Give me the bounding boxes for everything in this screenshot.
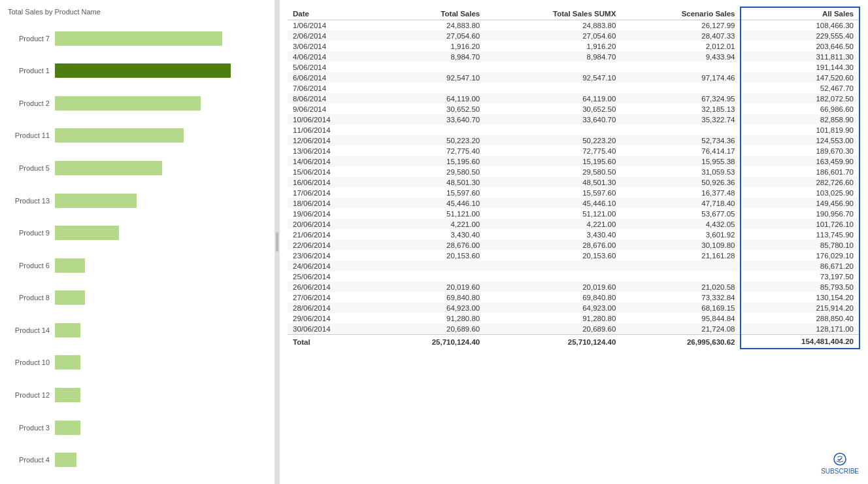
table-row: 3/06/20141,916.201,916.202,012.01203,646… <box>288 41 860 52</box>
bar-container[interactable] <box>55 453 269 467</box>
footer-cell: 26,995,630.62 <box>621 335 741 349</box>
bar-row: Product 6 <box>8 253 269 278</box>
bar-row: Product 14 <box>8 318 269 343</box>
table-cell: 108,466.30 <box>741 20 860 31</box>
table-cell: 282,726.60 <box>741 177 860 188</box>
table-cell: 33,640.70 <box>376 114 485 125</box>
bar-container[interactable] <box>55 421 269 435</box>
bar-container[interactable] <box>55 388 269 402</box>
bar[interactable] <box>55 388 80 402</box>
table-cell: 191,144.30 <box>741 62 860 73</box>
bar-container[interactable] <box>55 323 269 337</box>
table-row: 12/06/201450,223.2050,223.2052,734.36124… <box>288 135 860 146</box>
table-cell: 4,221.00 <box>376 219 485 230</box>
table-cell: 15,195.60 <box>376 156 485 167</box>
bar-row: Product 1 <box>8 58 269 83</box>
table-cell: 103,025.90 <box>741 188 860 198</box>
col-header-total-sales: Total Sales <box>376 7 485 20</box>
table-row: 22/06/201428,676.0028,676.0030,109.8085,… <box>288 240 860 251</box>
table-cell: 15,597.60 <box>376 188 485 198</box>
table-cell: 27/06/2014 <box>288 292 376 303</box>
table-cell: 288,850.40 <box>741 313 860 324</box>
table-cell: 23/06/2014 <box>288 251 376 261</box>
table-row: 2/06/201427,054.6027,054.6028,407.33229,… <box>288 31 860 41</box>
bar[interactable] <box>55 63 231 78</box>
bar[interactable] <box>55 355 80 370</box>
bar-container[interactable] <box>55 226 269 240</box>
table-cell: 69,840.80 <box>485 292 621 303</box>
subscribe-icon <box>833 452 847 466</box>
bar-label: Product 13 <box>8 197 55 205</box>
table-cell: 9,433.94 <box>621 52 741 62</box>
bar[interactable] <box>55 421 80 435</box>
bar[interactable] <box>55 161 162 175</box>
col-header-date: Date <box>288 7 376 20</box>
table-cell: 3/06/2014 <box>288 41 376 52</box>
bar[interactable] <box>55 96 201 111</box>
divider <box>275 0 280 484</box>
table-cell: 27,054.60 <box>376 31 485 41</box>
table-cell <box>621 62 741 73</box>
footer-cell: 25,710,124.40 <box>376 335 485 349</box>
table-cell: 4/06/2014 <box>288 52 376 62</box>
bar-row: Product 10 <box>8 350 269 375</box>
subscribe-watermark: SUBSCRIBE <box>821 452 859 475</box>
table-cell: 21,161.28 <box>621 251 741 261</box>
table-cell <box>621 83 741 94</box>
bar-container[interactable] <box>55 128 269 143</box>
bar-container[interactable] <box>55 31 269 46</box>
bar[interactable] <box>55 128 184 143</box>
table-cell: 20,689.60 <box>485 324 621 335</box>
table-row: 23/06/201420,153.6020,153.6021,161.28176… <box>288 251 860 261</box>
bar-container[interactable] <box>55 290 269 305</box>
table-cell: 229,555.40 <box>741 31 860 41</box>
table-row: 9/06/201430,652.5030,652.5032,185.1366,9… <box>288 104 860 114</box>
table-cell: 29/06/2014 <box>288 313 376 324</box>
bar-label: Product 2 <box>8 99 55 107</box>
divider-handle <box>276 232 278 252</box>
table-row: 26/06/201420,019.6020,019.6021,020.5885,… <box>288 282 860 292</box>
table-row: 10/06/201433,640.7033,640.7035,322.7482,… <box>288 114 860 125</box>
bar-container[interactable] <box>55 355 269 370</box>
table-cell: 182,072.50 <box>741 94 860 104</box>
bar-container[interactable] <box>55 258 269 273</box>
table-cell: 16,377.48 <box>621 188 741 198</box>
table-cell <box>485 125 621 135</box>
bar[interactable] <box>55 194 137 208</box>
table-row: 8/06/201464,119.0064,119.0067,324.95182,… <box>288 94 860 104</box>
table-cell: 50,926.36 <box>621 177 741 188</box>
table-cell: 91,280.80 <box>485 313 621 324</box>
table-cell: 30,652.50 <box>376 104 485 114</box>
table-cell: 147,520.60 <box>741 73 860 83</box>
table-cell: 176,029.10 <box>741 251 860 261</box>
table-cell: 50,223.20 <box>485 135 621 146</box>
table-cell: 51,121.00 <box>376 209 485 219</box>
bar-container[interactable] <box>55 194 269 208</box>
table-cell: 186,601.70 <box>741 167 860 177</box>
bar-container[interactable] <box>55 96 269 111</box>
bar-container[interactable] <box>55 63 269 78</box>
table-panel: DateTotal SalesTotal Sales SUMXScenario … <box>280 0 868 484</box>
bar[interactable] <box>55 31 222 46</box>
bar[interactable] <box>55 290 85 305</box>
bar[interactable] <box>55 226 119 240</box>
table-cell: 73,332.84 <box>621 292 741 303</box>
bar[interactable] <box>55 323 80 337</box>
bar-label: Product 9 <box>8 229 55 237</box>
table-cell: 1,916.20 <box>485 41 621 52</box>
bar[interactable] <box>55 453 76 467</box>
table-cell: 5/06/2014 <box>288 62 376 73</box>
table-cell: 3,430.40 <box>376 230 485 240</box>
table-cell: 85,793.50 <box>741 282 860 292</box>
footer-cell: Total <box>288 335 376 349</box>
bar-container[interactable] <box>55 161 269 175</box>
table-cell: 190,956.70 <box>741 209 860 219</box>
bar[interactable] <box>55 258 85 273</box>
bar-row: Product 11 <box>8 123 269 148</box>
bar-label: Product 14 <box>8 326 55 334</box>
table-cell: 12/06/2014 <box>288 135 376 146</box>
table-cell: 64,119.00 <box>376 94 485 104</box>
table-cell: 124,553.00 <box>741 135 860 146</box>
table-cell: 91,280.80 <box>376 313 485 324</box>
table-cell: 24/06/2014 <box>288 261 376 271</box>
